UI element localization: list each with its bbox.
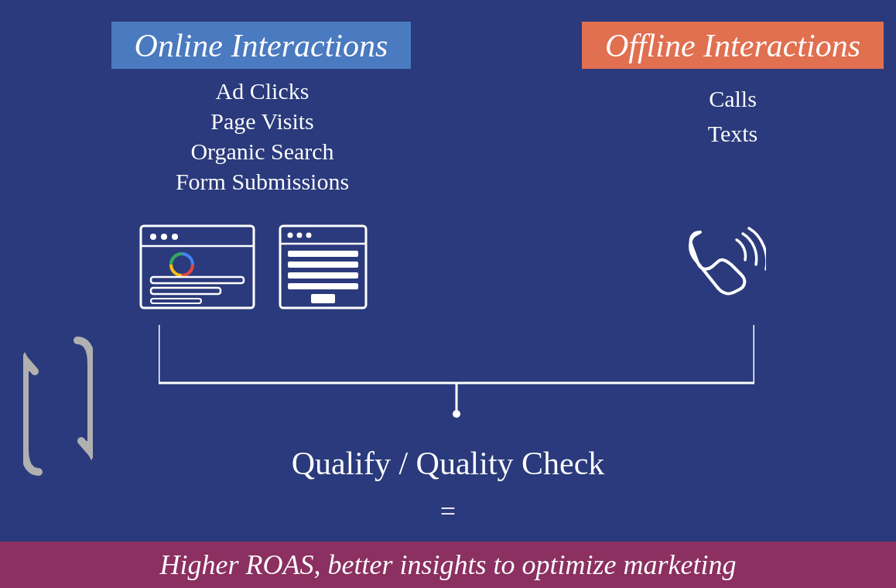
offline-item-texts: Texts xyxy=(582,116,884,151)
bottom-banner: Higher ROAS, better insights to optimize… xyxy=(0,542,896,588)
svg-point-14 xyxy=(297,233,303,238)
bottom-banner-text: Higher ROAS, better insights to optimize… xyxy=(160,549,737,581)
offline-header-text: Offline Interactions xyxy=(605,27,860,64)
online-header: Online Interactions xyxy=(111,22,411,69)
offline-item-calls: Calls xyxy=(582,81,884,116)
connector-lines xyxy=(159,325,754,426)
svg-rect-0 xyxy=(141,226,254,308)
svg-point-28 xyxy=(453,410,460,418)
svg-point-1 xyxy=(150,234,156,240)
phone-icon xyxy=(681,224,766,313)
svg-marker-23 xyxy=(23,352,35,371)
qualify-text: Qualify / Quality Check xyxy=(0,445,896,482)
online-item-page-visits: Page Visits xyxy=(111,106,413,136)
svg-point-3 xyxy=(172,234,178,240)
offline-header: Offline Interactions xyxy=(582,22,884,69)
online-header-text: Online Interactions xyxy=(135,27,388,64)
svg-rect-19 xyxy=(288,272,358,279)
offline-items-list: Calls Texts xyxy=(582,81,884,151)
svg-rect-9 xyxy=(151,277,244,283)
equals-sign: = xyxy=(0,495,896,528)
online-item-ad-clicks: Ad Clicks xyxy=(111,76,413,106)
svg-rect-17 xyxy=(288,251,358,257)
svg-point-15 xyxy=(306,233,312,238)
browser-form-icon xyxy=(279,224,368,309)
svg-point-13 xyxy=(288,233,293,238)
svg-rect-21 xyxy=(311,294,335,303)
online-items-list: Ad Clicks Page Visits Organic Search For… xyxy=(111,76,413,197)
online-item-organic-search: Organic Search xyxy=(111,136,413,166)
svg-point-2 xyxy=(161,234,167,240)
svg-rect-10 xyxy=(151,288,221,294)
main-container: Online Interactions Offline Interactions… xyxy=(0,0,896,588)
browser-search-icon xyxy=(139,224,255,309)
svg-rect-20 xyxy=(288,283,358,289)
svg-rect-18 xyxy=(288,262,358,268)
online-item-form-submissions: Form Submissions xyxy=(111,166,413,197)
svg-rect-11 xyxy=(151,299,201,303)
